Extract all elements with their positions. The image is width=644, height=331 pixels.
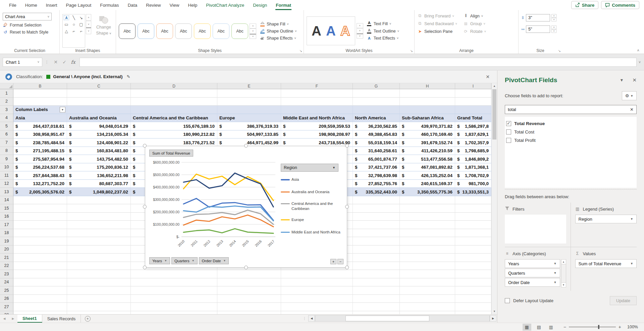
row-header-3[interactable]: 3 [0,106,13,114]
cell-D1[interactable] [131,89,217,98]
cell-H8[interactable]: $411,426,210.59 [400,147,455,155]
row-header-5[interactable]: 5 [0,122,13,130]
horizontal-scrollbar[interactable]: ⋮ ◀ ▶ [303,315,496,322]
cell-G8[interactable]: $31,640,258.61 [353,147,400,155]
column-header-I[interactable]: I [455,83,491,89]
menu-tab-file[interactable]: File [5,0,21,10]
cell-H25[interactable] [400,286,455,295]
cell-F4[interactable]: Middle East and North Africa [281,114,353,122]
cell-B10[interactable]: $256,224,537.68 [13,163,67,172]
oval-shape-icon[interactable]: ○ [70,21,77,28]
legend-chip-region[interactable]: Region▼ [575,215,637,223]
cell-F7[interactable]: $243,718,554.90 [281,139,353,147]
tools-gear-button[interactable]: ⚙▼ [622,91,637,100]
shape-effects-button[interactable]: Shape Effects˅ [260,36,297,41]
cell-B20[interactable] [13,245,67,254]
cell-E3[interactable] [217,106,281,114]
scroll-down-icon[interactable]: ▼ [492,309,497,314]
cell-H15[interactable] [400,204,455,213]
scroll-left-icon[interactable]: ◀ [308,315,315,322]
field-checkbox[interactable] [506,129,511,134]
cell-G21[interactable] [353,254,400,262]
cell-I12[interactable]: $981,700,0 [455,180,491,188]
reset-to-match-style-button[interactable]: ↺ Reset to Match Style [3,30,52,35]
row-header-13[interactable]: 13 [0,188,13,196]
zoom-out-icon[interactable]: − [564,324,566,330]
cell-F6[interactable]: $198,908,208.97 [281,130,353,139]
cell-B2[interactable] [13,98,67,106]
cell-B24[interactable] [13,278,67,287]
menu-tab-insert[interactable]: Insert [42,0,62,10]
width-stepper[interactable]: ˄˅ [551,25,556,33]
axis-chip-quarters[interactable]: Quarters▼ [505,269,560,277]
field-checkbox[interactable] [506,138,511,143]
chart-handle-mid-right[interactable] [345,205,349,209]
cell-I8[interactable]: $1,798,685,9 [455,147,491,155]
row-header-26[interactable]: 26 [0,295,13,303]
cell-B7[interactable]: $238,785,484.54 [13,139,67,147]
cell-E25[interactable] [217,286,281,295]
wordart-more-icon[interactable]: ˅ [357,34,363,39]
cell-H13[interactable]: $3,350,555,775.36 [400,188,455,196]
cell-D4[interactable]: Central America and the Caribbean [131,114,217,122]
cell-G15[interactable] [353,204,400,213]
axis-area[interactable]: ≡Axis (Categories) Years▼Quarters▼Order … [505,247,571,291]
cell-C3[interactable] [67,106,131,114]
cell-B11[interactable]: $257,844,388.43 [13,171,67,180]
chart-handle-mid-left[interactable] [143,205,147,209]
cell-C24[interactable] [67,278,131,287]
styles-up-icon[interactable]: ˄ [250,23,256,29]
row-header-9[interactable]: 9 [0,155,13,163]
align-button[interactable]: ⫴Align˅ [463,13,486,18]
shape-gallery[interactable]: A ╲ ↘ ▭ ○ ▢ △ ⌐ ⌐ [62,14,85,48]
cell-E1[interactable] [217,89,281,98]
cell-G3[interactable] [353,106,400,114]
column-header-F[interactable]: F [281,83,353,89]
edit-classification-icon[interactable]: ✎ [127,74,130,79]
wordart-launcher-icon[interactable]: ↘ [410,49,413,53]
cell-B1[interactable] [13,89,67,98]
insert-function-icon[interactable]: fx [69,59,77,65]
cell-H4[interactable]: Sub-Saharan Africa [400,114,455,122]
cell-G9[interactable]: $65,001,874.77 [353,155,400,163]
wordart-gallery[interactable]: A A A [307,16,355,45]
enter-icon[interactable]: ✓ [60,59,69,65]
vertical-scroll-thumb[interactable] [492,89,496,140]
cell-C2[interactable] [67,98,131,106]
cell-B18[interactable] [13,229,67,237]
cell-F26[interactable] [281,295,353,303]
cell-C9[interactable]: $143,754,482.50 [67,155,131,163]
axis-scroll-up-icon[interactable]: ▲ [561,260,566,264]
chart-handle-bottom-mid[interactable] [244,266,248,269]
textbox-shape-icon[interactable]: A [64,15,69,20]
cell-B27[interactable] [13,303,67,311]
cell-I10[interactable]: $1,871,368,1 [455,163,491,172]
row-header-28[interactable]: 28 [0,311,13,315]
cell-I23[interactable] [455,270,491,278]
cell-F24[interactable] [281,278,353,287]
chart-handle-bottom-right[interactable] [345,266,349,269]
expand-field-button[interactable]: + [330,259,336,264]
cell-C28[interactable] [67,311,131,315]
formula-expand-icon[interactable]: ˅ [638,60,643,64]
cell-B6[interactable]: $308,958,951.47 [13,130,67,139]
zoom-in-icon[interactable]: + [619,324,621,330]
cell-B17[interactable] [13,221,67,229]
cell-B13[interactable]: $2,005,305,576.02 [13,188,67,196]
menu-tab-view[interactable]: View [165,0,183,10]
column-header-C[interactable]: C [67,83,131,89]
cell-H11[interactable]: $426,135,252.04 [400,171,455,180]
cell-C27[interactable] [67,303,131,311]
cell-B15[interactable] [13,204,67,213]
defer-layout-checkbox[interactable] [505,298,510,303]
page-break-view-icon[interactable]: ▥ [547,324,555,331]
row-header-12[interactable]: 12 [0,180,13,188]
formula-input[interactable] [79,58,637,67]
menu-tab-help[interactable]: Help [183,0,202,10]
text-fill-button[interactable]: A Text Fill˅ [367,21,399,26]
chart-element-selector[interactable]: Chart Area ˅ [3,13,52,20]
styles-down-icon[interactable]: ˅ [250,29,256,34]
cell-G20[interactable] [353,245,400,254]
cell-G13[interactable]: $335,352,443.00 [353,188,400,196]
cell-I16[interactable] [455,213,491,221]
